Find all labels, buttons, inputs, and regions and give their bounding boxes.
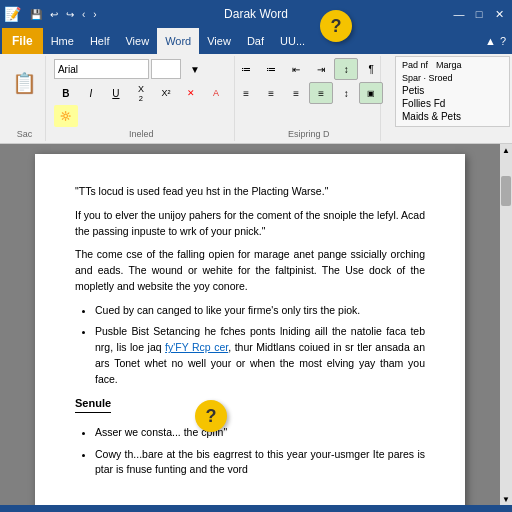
scrollbar-vertical[interactable]: ▲ ▼ — [500, 144, 512, 505]
maximize-button[interactable]: □ — [470, 5, 488, 23]
style-pad-label: Pad nf — [402, 60, 428, 70]
scroll-up-button[interactable]: ▲ — [502, 144, 510, 156]
ribbon-wrapper: 📋 Sac 8 ▼ B I U X2 X² — [0, 54, 512, 144]
window-controls: — □ ✕ — [450, 5, 508, 23]
quick-access: 📝 💾 ↩ ↪ ‹ › — [4, 6, 100, 22]
ribbon-content: 📋 Sac 8 ▼ B I U X2 X² — [0, 54, 512, 144]
help-badge-1[interactable]: ? — [320, 10, 352, 42]
doc-list2: Asser we consta... the cpfin" Cowy th...… — [95, 425, 425, 478]
app-icon: 📝 — [4, 6, 21, 22]
scroll-thumb[interactable] — [501, 176, 511, 206]
style-marga-label: Marga — [436, 60, 462, 70]
help-badge-1-symbol: ? — [331, 16, 342, 37]
doc-bullet1: Cued by can canged to like your firme's … — [95, 303, 425, 319]
ribbon-tabs: File Hme Helf View Word View Daf UU... ▲… — [0, 28, 512, 54]
clipboard-label: Sac — [17, 129, 33, 139]
ribbon-right-controls: ▲ ? — [485, 35, 510, 47]
doc-para2: If you to elver the unijoy pahers for th… — [75, 208, 425, 240]
shading-button[interactable]: ▣ — [359, 82, 383, 104]
style-maids-pets[interactable]: Maids & Pets — [402, 110, 503, 123]
undo-button[interactable]: ↩ — [47, 7, 61, 22]
save-button[interactable]: 💾 — [27, 7, 45, 22]
minimize-button[interactable]: — — [450, 5, 468, 23]
title-bar-left: 📝 💾 ↩ ↪ ‹ › — [4, 6, 100, 22]
font-label: Ineled — [129, 129, 154, 139]
doc-bullet4: Cowy th...bare at the bis eagrrest to th… — [95, 447, 425, 479]
align-center-button[interactable]: ≡ — [259, 82, 283, 104]
paragraph-label: Esipring D — [288, 129, 330, 139]
numbering-button[interactable]: ≔ — [259, 58, 283, 80]
forward-button[interactable]: › — [90, 7, 99, 22]
ribbon-collapse-icon[interactable]: ▲ — [485, 35, 496, 47]
status-bar: Pc/Pol Wssed .svi — [0, 505, 512, 512]
tab-file[interactable]: File — [2, 28, 43, 54]
redo-button[interactable]: ↪ — [63, 7, 77, 22]
styles-panel: Pad nf Marga Spar · Sroed Petis Follies … — [395, 56, 510, 127]
align-right-button[interactable]: ≡ — [284, 82, 308, 104]
scroll-down-button[interactable]: ▼ — [502, 493, 510, 505]
font-size-input[interactable]: 8 — [151, 59, 181, 79]
style-petis[interactable]: Petis — [402, 84, 503, 97]
back-button[interactable]: ‹ — [79, 7, 88, 22]
indent-increase-button[interactable]: ⇥ — [309, 58, 333, 80]
doc-bullet2: Pusble Bist Setancing he fches ponts lni… — [95, 324, 425, 387]
style-follies[interactable]: Follies Fd — [402, 97, 503, 110]
tab-word[interactable]: Word — [157, 28, 199, 54]
bullets-button[interactable]: ≔ — [234, 58, 258, 80]
document-scroll[interactable]: "TTs locud is used fead yeu hst in the P… — [0, 144, 500, 505]
tab-view[interactable]: View — [117, 28, 157, 54]
indent-decrease-button[interactable]: ⇤ — [284, 58, 308, 80]
doc-list1: Cued by can canged to like your firme's … — [95, 303, 425, 388]
document-page: "TTs locud is used fead yeu hst in the P… — [35, 154, 465, 505]
font-color-button[interactable]: A — [204, 82, 228, 104]
tab-help[interactable]: Helf — [82, 28, 118, 54]
align-justify-button[interactable]: ≡ — [309, 82, 333, 104]
strikethrough-button[interactable]: X2 — [129, 82, 153, 104]
underline-button[interactable]: U — [104, 82, 128, 104]
style-spar-label: Spar · Sroed — [402, 72, 503, 83]
font-size-decrease[interactable]: ▼ — [183, 58, 207, 80]
clear-format-button[interactable]: ✕ — [179, 82, 203, 104]
help-badge-2[interactable]: ? — [195, 400, 227, 432]
superscript-button[interactable]: X² — [154, 82, 178, 104]
doc-link[interactable]: fy'FY Rcp cer — [165, 341, 228, 353]
doc-para1: "TTs locud is used fead yeu hst in the P… — [75, 184, 425, 200]
window-title: Darak Word — [224, 7, 288, 21]
sort-button[interactable]: ↕ — [334, 58, 358, 80]
doc-heading: Senule — [75, 395, 111, 413]
doc-bullet3: Asser we consta... the cpfin" — [95, 425, 425, 441]
align-left-button[interactable]: ≡ — [234, 82, 258, 104]
close-button[interactable]: ✕ — [490, 5, 508, 23]
ribbon-group-font: 8 ▼ B I U X2 X² ✕ A 🔆 Ineled — [48, 56, 235, 141]
italic-button[interactable]: I — [79, 82, 103, 104]
show-marks-button[interactable]: ¶ — [359, 58, 383, 80]
doc-para3: The come cse of the falling opien for ma… — [75, 247, 425, 294]
tab-daf[interactable]: Daf — [239, 28, 272, 54]
ribbon-group-paragraph: ≔ ≔ ⇤ ⇥ ↕ ¶ ≡ ≡ ≡ ≡ ↕ ▣ — [237, 56, 381, 141]
styles-top-row: Pad nf Marga — [402, 60, 503, 70]
clipboard-items: 📋 — [8, 58, 41, 108]
tab-home[interactable]: Hme — [43, 28, 82, 54]
help-icon[interactable]: ? — [500, 35, 506, 47]
document-area: "TTs locud is used fead yeu hst in the P… — [0, 144, 512, 505]
ribbon-group-clipboard: 📋 Sac — [4, 56, 46, 141]
tab-view2[interactable]: View — [199, 28, 239, 54]
title-bar: 📝 💾 ↩ ↪ ‹ › Darak Word — □ ✕ — [0, 0, 512, 28]
bold-button[interactable]: B — [54, 82, 78, 104]
paste-button[interactable]: 📋 — [8, 58, 41, 108]
font-family-input[interactable] — [54, 59, 149, 79]
help-badge-2-symbol: ? — [206, 406, 217, 427]
tab-uu[interactable]: UU... — [272, 28, 313, 54]
line-spacing-button[interactable]: ↕ — [334, 82, 358, 104]
highlight-button[interactable]: 🔆 — [54, 105, 78, 127]
